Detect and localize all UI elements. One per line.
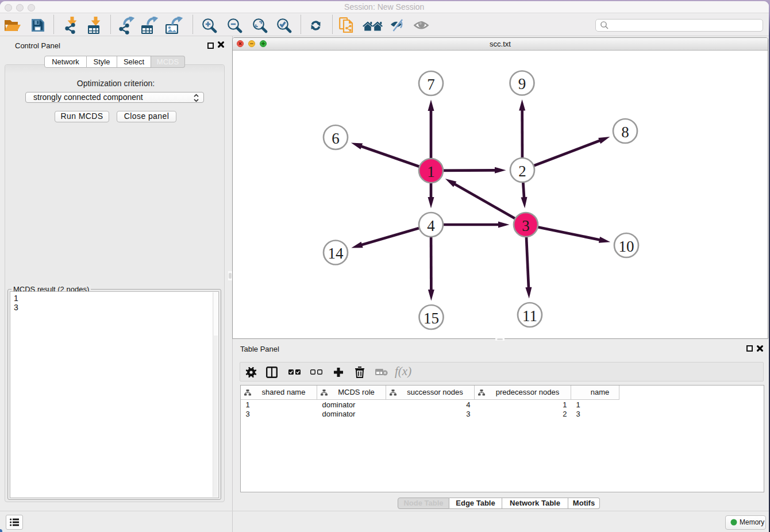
svg-text:9: 9	[518, 75, 526, 92]
svg-text:1: 1	[427, 163, 435, 180]
svg-text:3: 3	[522, 217, 530, 234]
svg-text:2: 2	[518, 163, 526, 180]
svg-text:7: 7	[427, 76, 435, 93]
svg-text:6: 6	[332, 130, 340, 147]
svg-text:14: 14	[328, 245, 344, 262]
svg-text:10: 10	[619, 238, 634, 255]
svg-text:15: 15	[424, 310, 439, 327]
svg-text:4: 4	[427, 217, 435, 234]
svg-text:8: 8	[621, 124, 629, 141]
svg-text:11: 11	[522, 307, 537, 325]
